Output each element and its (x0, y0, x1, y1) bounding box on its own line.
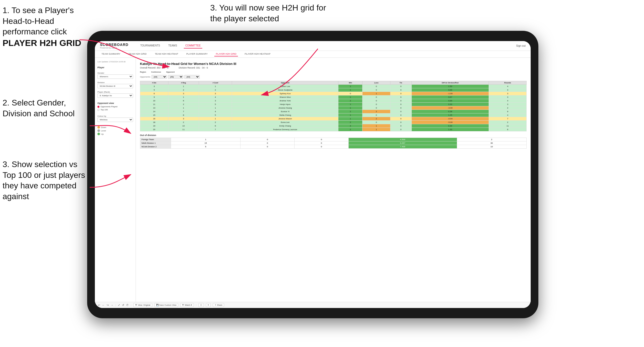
subnav-player-h2h-grid[interactable]: PLAYER H2H GRID (214, 52, 238, 56)
table-row: 3 1 1 Esther Lee 1 0 0 1.50 4 (140, 85, 527, 88)
ood-team: Foreign Team (140, 138, 171, 141)
ood-tie: 0 (294, 141, 348, 145)
radio-label-top100: Top 100 (100, 109, 108, 111)
td-div: 18 (140, 121, 168, 124)
colour-by-dropdown[interactable]: Win/loss (97, 118, 133, 122)
td-loss: 2 (363, 117, 390, 121)
td-win: 2 (338, 128, 363, 131)
td-loss: 0 (363, 99, 390, 103)
ood-win: 5 (171, 145, 240, 149)
td-tie: 0 (390, 117, 411, 121)
watch-btn[interactable]: 👁 Watch ▾ (180, 303, 194, 307)
td-div: 16 (140, 117, 168, 121)
right-content: Katelyn Vo Head-to-Head Grid for Women's… (136, 58, 531, 302)
td-loss: 0 (363, 88, 390, 92)
nav-tournaments[interactable]: TOURNAMENTS (139, 43, 162, 49)
th-win: Win (338, 81, 363, 85)
td-conf: 4 (199, 110, 232, 113)
subnav-player-summary[interactable]: PLAYER SUMMARY (185, 52, 209, 56)
radio-dot-top100 (97, 109, 99, 111)
td-diff: -1.00 (411, 92, 489, 95)
th-conf: # Conf (199, 81, 232, 85)
table-row: 19 10 6 Emily Chang 4 1 0 0.30 11 (140, 124, 527, 128)
td-conf: 4 (199, 95, 232, 99)
subnav-team-h2h-grid[interactable]: TEAM H2H GRID (127, 52, 148, 56)
table-header-row: # Div # Reg # Conf Opponent Win Loss Tie… (140, 81, 527, 85)
td-diff: 4.00 (411, 88, 489, 92)
share-btn[interactable]: ⇧ Share (213, 303, 224, 307)
forward-icon[interactable]: → (111, 304, 113, 306)
nav-committee[interactable]: COMMITTEE (184, 43, 202, 49)
th-div: # Div (140, 81, 168, 85)
table-row: 13 1 1 Jessica Huang 1 0 0 -3.00 2 (140, 106, 527, 110)
colour-dot-down (97, 126, 100, 129)
td-diff: -3.00 (411, 106, 489, 110)
ood-tie: 0 (294, 138, 348, 141)
redo-icon[interactable]: ↪ (107, 304, 109, 306)
menu-btn[interactable]: ≡ (206, 303, 211, 307)
subnav-player-h2h-heatmap[interactable]: PLAYER H2H HEATMAP (243, 52, 272, 56)
step3a-text: 3. You will now see H2H grid for the pla… (210, 3, 326, 23)
save-custom-view-btn[interactable]: 💾 Save Custom View (154, 303, 178, 307)
td-win: 2 (338, 121, 363, 124)
nav-signout[interactable]: Sign out (516, 44, 526, 47)
back-icon[interactable]: ← (102, 304, 105, 306)
main-content: Last Updated: 27/03/2024 16:55:38 Player… (95, 58, 531, 302)
table-row: 5 2 2 Alexis Sudjianto 1 0 0 4.00 3 (140, 88, 527, 92)
radio-group: Opponents Played Top 100 (97, 105, 133, 111)
td-win: 2 (338, 110, 363, 113)
sep2: | (131, 304, 131, 306)
td-conf: 1 (199, 85, 232, 88)
ood-win: 15 (171, 141, 240, 145)
table-row: 20 11 7 Federica Domecq Lacroze 2 1 0 1.… (140, 128, 527, 131)
td-loss: 1 (363, 128, 390, 131)
td-opponent: Stella Cheng (232, 113, 338, 117)
ood-loss: 0 (240, 141, 295, 145)
subnav-team-summary[interactable]: TEAM SUMMARY (100, 52, 122, 56)
colour-level: Level (97, 129, 133, 132)
colour-down: Down (97, 126, 133, 129)
instruction-step3a: 3. You will now see H2H grid for the pla… (210, 3, 338, 24)
subnav: TEAM SUMMARY TEAM H2H GRID TEAM H2H HEAT… (95, 51, 531, 58)
td-reg: 1 (168, 106, 199, 110)
td-win: 0 (338, 92, 363, 95)
ood-win: 1 (171, 138, 240, 141)
layout-btn[interactable]: ⬡ (198, 303, 204, 307)
td-loss: 0 (363, 85, 390, 88)
subnav-team-h2h-heatmap[interactable]: TEAM H2H HEATMAP (153, 52, 180, 56)
td-opponent: Federica Domecq Lacroze (232, 128, 338, 131)
opponent-select[interactable]: (All) (184, 75, 200, 79)
region-select[interactable]: (All) (152, 75, 167, 79)
ood-row: NAIA Division 1 15 0 0 9.267 30 (140, 141, 527, 145)
gender-dropdown[interactable]: Women's Men's (97, 74, 133, 79)
refresh-icon[interactable]: ↺ (122, 304, 124, 306)
grid-title: Katelyn Vo Head-to-Head Grid for Women's… (140, 62, 527, 66)
colour-label-up: Up (101, 133, 104, 135)
colour-up: Up (97, 133, 133, 135)
td-opponent: Jessica Mason (232, 117, 338, 121)
expand-icon[interactable]: ⤢ (118, 304, 120, 306)
timer-icon[interactable]: ⏱ (126, 304, 129, 306)
view-original-btn[interactable]: 👁 View: Original (133, 303, 152, 307)
td-reg: 7 (168, 110, 199, 113)
td-win: 1 (338, 85, 363, 88)
ood-row: Foreign Team 1 0 0 4.500 2 (140, 138, 527, 141)
ood-loss: 0 (240, 138, 295, 141)
conference-select[interactable]: (All) (168, 75, 183, 79)
td-rounds: 4 (489, 99, 527, 103)
radio-opponents-played[interactable]: Opponents Played (97, 105, 133, 108)
division-dropdown[interactable]: NCAA Division III NCAA Division I NCAA D… (97, 84, 133, 88)
radio-top100[interactable]: Top 100 (97, 109, 133, 111)
table-row: 10 6 3 Andrea York 2 0 0 4.00 4 (140, 99, 527, 103)
td-tie: 0 (390, 95, 411, 99)
ood-tie: 0 (294, 145, 348, 149)
player-rank-dropdown[interactable]: 8. Katelyn Vo (97, 93, 133, 98)
nav-teams[interactable]: TEAMS (167, 43, 178, 49)
td-diff: 1.25 (411, 113, 489, 117)
opponent-filter-label: Opponent (166, 71, 175, 73)
td-rounds: 2 (489, 121, 527, 124)
filter-section: Region Conference Opponent (140, 71, 527, 73)
td-reg: 8 (168, 113, 199, 117)
td-win: 2 (338, 99, 363, 103)
undo-icon[interactable]: ↩ (98, 304, 100, 306)
